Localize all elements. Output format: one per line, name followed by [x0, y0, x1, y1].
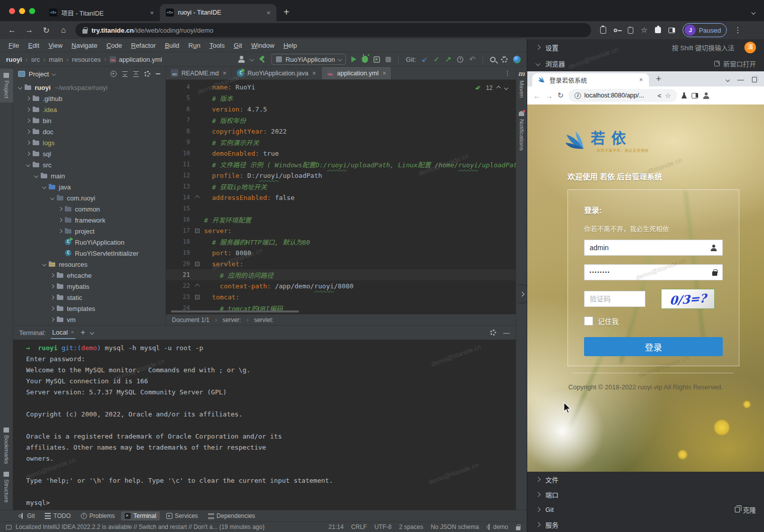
- reload-icon[interactable]: ↻: [557, 91, 564, 100]
- tool-strip-notifications[interactable]: Notifications: [519, 119, 525, 151]
- login-button[interactable]: 登录: [584, 337, 723, 356]
- maximize-window-button[interactable]: [29, 8, 35, 14]
- tool-window-button[interactable]: Problems: [77, 511, 119, 520]
- tree-item[interactable]: .github: [13, 93, 165, 104]
- extensions-icon[interactable]: [655, 27, 661, 33]
- breadcrumb-item[interactable]: src: [31, 56, 40, 63]
- fold-marker-icon[interactable]: [190, 295, 204, 299]
- tree-item[interactable]: resources: [13, 259, 165, 270]
- tree-item[interactable]: mybatis: [13, 281, 165, 292]
- notifications-bell-icon[interactable]: [519, 111, 524, 116]
- section-action[interactable]: 克隆: [735, 505, 756, 514]
- tool-strip-maven[interactable]: Maven: [519, 80, 525, 98]
- editor-tab-readme[interactable]: README.md ×: [166, 67, 232, 79]
- breadcrumb-item[interactable]: main: [49, 56, 63, 63]
- terminal-output[interactable]: → ruoyi git:(demo) mysql -h mysql -u roo…: [13, 340, 516, 510]
- tree-item[interactable]: RuoYiServletInitializer: [13, 248, 165, 259]
- code-area[interactable]: 4 name: RuoYi 5 # 版本: [166, 80, 516, 314]
- ide-feature-sphere-icon[interactable]: [513, 56, 521, 63]
- new-tab-icon[interactable]: +: [649, 74, 668, 86]
- profile-icon[interactable]: [703, 92, 710, 99]
- menu-item[interactable]: Help: [279, 42, 302, 49]
- build-hammer-icon[interactable]: [259, 56, 266, 63]
- panel-section-row[interactable]: 服务: [527, 517, 764, 532]
- git-commit-icon[interactable]: ✓: [433, 55, 440, 64]
- close-tab-icon[interactable]: ×: [223, 70, 226, 77]
- section-browser[interactable]: 浏览器 新窗口打开: [527, 55, 764, 71]
- close-tab-icon[interactable]: ×: [150, 9, 154, 17]
- bookmark-star-icon[interactable]: ☆: [665, 92, 671, 99]
- tree-item[interactable]: com.ruoyi: [13, 192, 165, 203]
- embedded-tab[interactable]: 登录若依系统 ×: [532, 73, 649, 86]
- browser-dropdown-icon[interactable]: [726, 77, 730, 81]
- project-panel-title[interactable]: Project: [29, 70, 49, 78]
- horizontal-scrollbar[interactable]: [171, 310, 299, 312]
- search-everywhere-icon[interactable]: [490, 57, 496, 62]
- expand-all-icon[interactable]: [122, 71, 128, 77]
- forward-icon[interactable]: →: [545, 91, 553, 100]
- locate-file-icon[interactable]: [111, 71, 117, 77]
- tree-chevron-icon[interactable]: [24, 152, 32, 155]
- run-with-coverage-button[interactable]: [373, 56, 380, 63]
- code-line[interactable]: 12 profile: D:/ruoyi/uploadPath: [166, 170, 516, 181]
- close-tab-icon[interactable]: ×: [312, 70, 316, 77]
- menu-item[interactable]: Navigate: [67, 42, 102, 49]
- menu-item[interactable]: Git: [229, 42, 247, 49]
- code-line[interactable]: 13 # 获取ip地址开关: [166, 181, 516, 192]
- tree-item[interactable]: common: [13, 203, 165, 215]
- code-line[interactable]: 18 # 服务器的HTTP端口, 默认为80: [166, 236, 516, 247]
- tool-strip-project[interactable]: Project: [0, 69, 13, 102]
- yaml-breadcrumb-item[interactable]: Document 1/1: [172, 316, 210, 324]
- tree-chevron-icon[interactable]: [24, 97, 32, 100]
- code-line[interactable]: 9 # 实例演示开关: [166, 137, 516, 148]
- tool-window-button[interactable]: Terminal: [121, 511, 159, 520]
- tree-item[interactable]: java: [13, 181, 165, 192]
- code-line[interactable]: 7 # 版权年份: [166, 115, 516, 126]
- run-configuration-select[interactable]: RuoYiApplication: [271, 54, 346, 65]
- collapse-all-icon[interactable]: [133, 71, 139, 77]
- yaml-breadcrumb-item[interactable]: server:: [223, 316, 241, 324]
- fold-marker-icon[interactable]: [190, 196, 204, 199]
- tool-window-button[interactable]: TODO: [41, 511, 74, 520]
- clipboard-icon[interactable]: [600, 27, 606, 34]
- minimize-panel-icon[interactable]: —: [503, 329, 510, 337]
- editor-tab-application-java[interactable]: RuoYiApplication.java ×: [232, 67, 321, 79]
- tool-window-switcher-icon[interactable]: [6, 525, 12, 529]
- code-line[interactable]: 15: [166, 203, 516, 214]
- code-line[interactable]: 10 demoEnabled: true: [166, 148, 516, 159]
- menu-item[interactable]: Tools: [205, 42, 229, 49]
- tree-chevron-icon[interactable]: [56, 230, 64, 233]
- tool-window-button[interactable]: Git: [15, 511, 38, 520]
- tree-chevron-icon[interactable]: [48, 318, 56, 321]
- hide-panel-icon[interactable]: [156, 73, 160, 74]
- tree-item[interactable]: project: [13, 226, 165, 237]
- menu-item[interactable]: Refactor: [127, 42, 160, 49]
- site-info-icon[interactable]: [575, 92, 581, 99]
- tree-item[interactable]: bin: [13, 115, 165, 126]
- tree-chevron-icon[interactable]: [48, 296, 56, 299]
- tree-item[interactable]: framework: [13, 215, 165, 226]
- home-icon[interactable]: ⌂: [56, 26, 70, 35]
- tree-item[interactable]: static: [13, 292, 165, 303]
- tree-item[interactable]: ruoyi ~/workspace/ruoyi: [13, 82, 165, 93]
- panel-section-row[interactable]: 端口: [527, 487, 764, 502]
- tree-chevron-icon[interactable]: [48, 274, 56, 277]
- tree-chevron-icon[interactable]: [24, 141, 32, 144]
- fold-marker-icon[interactable]: [190, 262, 204, 266]
- reload-icon[interactable]: ↻: [39, 26, 53, 35]
- close-tab-icon[interactable]: ×: [71, 329, 74, 335]
- code-line[interactable]: 8 copyrightYear: 2022: [166, 126, 516, 137]
- code-line[interactable]: 22 context-path: /app/demo/ruoyi/8080: [166, 280, 516, 291]
- menu-item[interactable]: Window: [247, 42, 279, 49]
- code-line[interactable]: 6 version: 4.7.5: [166, 103, 516, 115]
- tool-window-button[interactable]: Dependencies: [205, 511, 259, 520]
- encoding-indicator[interactable]: UTF-8: [374, 523, 392, 530]
- flask-extension-icon[interactable]: [682, 92, 687, 98]
- panel-expander-button[interactable]: [518, 284, 527, 303]
- tree-item[interactable]: templates: [13, 303, 165, 314]
- tree-item[interactable]: main: [13, 170, 165, 181]
- remember-me-checkbox[interactable]: [584, 316, 593, 326]
- code-line[interactable]: 21 # 应用的访问路径: [166, 269, 516, 280]
- breadcrumb-item[interactable]: resources: [72, 56, 101, 63]
- tree-item[interactable]: sql: [13, 148, 165, 159]
